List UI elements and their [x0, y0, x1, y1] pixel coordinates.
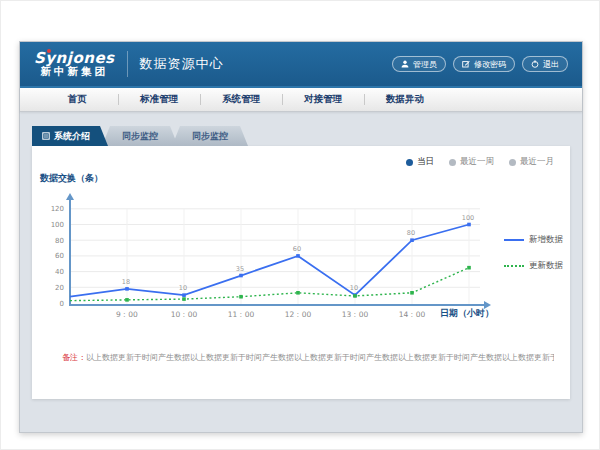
- user-menu-admin-button[interactable]: 管理员: [392, 56, 446, 72]
- screenshot-canvas: Synjones 新中新集团 数据资源中心 管理员修改密码退出 首页标准管理系统…: [0, 0, 600, 450]
- tab-label: 系统介绍: [54, 130, 90, 143]
- nav-item-integration-mgmt[interactable]: 对接管理: [282, 88, 364, 111]
- user-menu-change-password-button[interactable]: 修改密码: [453, 56, 515, 72]
- legend-line-sample: [504, 239, 524, 241]
- main-nav: 首页标准管理系统管理对接管理数据异动: [20, 88, 582, 112]
- svg-text:100: 100: [462, 214, 474, 222]
- svg-text:0: 0: [60, 300, 64, 308]
- tab-system-intro[interactable]: 系统介绍: [32, 126, 108, 146]
- logo-wordmark: Synjones: [34, 50, 115, 67]
- radio-dot-icon: [406, 159, 413, 166]
- radio-dot-icon: [449, 159, 456, 166]
- svg-text:100: 100: [51, 221, 64, 229]
- svg-text:60: 60: [55, 252, 64, 260]
- edit-icon: [462, 60, 470, 68]
- nav-item-standard-mgmt[interactable]: 标准管理: [118, 88, 200, 111]
- time-range-filter: 当日最近一周最近一月: [406, 156, 554, 168]
- x-axis-title: 日期（小时）: [440, 307, 494, 320]
- legend-item-new-data: 新增数据: [504, 234, 563, 246]
- app-window: Synjones 新中新集团 数据资源中心 管理员修改密码退出 首页标准管理系统…: [19, 41, 583, 433]
- svg-text:18: 18: [122, 278, 130, 286]
- radio-last-month[interactable]: 最近一月: [509, 156, 554, 168]
- svg-text:11：00: 11：00: [228, 310, 255, 319]
- svg-text:10: 10: [179, 284, 187, 292]
- footnote-prefix: 备注：: [62, 353, 86, 362]
- svg-text:40: 40: [55, 268, 64, 276]
- page-title: 数据资源中心: [140, 55, 224, 73]
- logo-company-name: 新中新集团: [34, 66, 115, 78]
- radio-last-week[interactable]: 最近一周: [449, 156, 494, 168]
- svg-text:10：00: 10：00: [171, 310, 198, 319]
- radio-label: 最近一月: [520, 156, 554, 168]
- svg-text:120: 120: [51, 205, 64, 213]
- radio-label: 最近一周: [460, 156, 494, 168]
- tab-label: 同步监控: [192, 130, 228, 143]
- radio-label: 当日: [417, 156, 434, 168]
- content-area: 系统介绍同步监控同步监控 当日最近一周最近一月 数据交换（条） 02040608…: [20, 112, 582, 431]
- logo: Synjones 新中新集团: [34, 50, 115, 78]
- chart-legend: 新增数据更新数据: [504, 234, 563, 272]
- tab-bar: 系统介绍同步监控同步监控: [32, 126, 582, 146]
- svg-text:14：00: 14：00: [399, 310, 426, 319]
- nav-item-system-mgmt[interactable]: 系统管理: [200, 88, 282, 111]
- footnote-text: 以上数据更新于时间产生数据以上数据更新于时间产生数据以上数据更新于时间产生数据以…: [86, 353, 554, 362]
- line-chart: 0204060801001209：0010：0011：0012：0013：001…: [32, 190, 572, 325]
- tab-sync-monitor-1[interactable]: 同步监控: [102, 126, 178, 146]
- svg-text:13：00: 13：00: [342, 310, 369, 319]
- svg-text:80: 80: [407, 229, 415, 237]
- svg-text:60: 60: [293, 245, 301, 253]
- doc-icon: [42, 132, 50, 140]
- user-menu-label: 管理员: [413, 59, 437, 70]
- nav-item-data-change[interactable]: 数据异动: [364, 88, 446, 111]
- power-icon: [531, 60, 539, 68]
- legend-label: 更新数据: [529, 260, 563, 272]
- user-menu-label: 退出: [543, 59, 559, 70]
- app-header: Synjones 新中新集团 数据资源中心 管理员修改密码退出: [20, 42, 582, 88]
- tab-label: 同步监控: [122, 130, 158, 143]
- legend-label: 新增数据: [529, 234, 563, 246]
- nav-item-home[interactable]: 首页: [36, 88, 118, 111]
- user-menu: 管理员修改密码退出: [392, 56, 568, 72]
- svg-text:12：00: 12：00: [285, 310, 312, 319]
- legend-item-updated-data: 更新数据: [504, 260, 563, 272]
- svg-text:9：00: 9：00: [116, 310, 138, 319]
- y-axis-title: 数据交换（条）: [40, 172, 103, 185]
- svg-text:35: 35: [236, 265, 244, 273]
- footnote: 备注：以上数据更新于时间产生数据以上数据更新于时间产生数据以上数据更新于时间产生…: [62, 352, 554, 363]
- user-menu-logout-button[interactable]: 退出: [522, 56, 568, 72]
- radio-dot-icon: [509, 159, 516, 166]
- header-divider: [127, 51, 128, 77]
- user-icon: [401, 60, 409, 68]
- radio-today[interactable]: 当日: [406, 156, 434, 168]
- chart-panel: 当日最近一周最近一月 数据交换（条） 0204060801001209：0010…: [32, 146, 570, 399]
- user-menu-label: 修改密码: [474, 59, 506, 70]
- svg-text:80: 80: [55, 237, 64, 245]
- svg-text:10: 10: [350, 284, 358, 292]
- tab-sync-monitor-2[interactable]: 同步监控: [172, 126, 248, 146]
- legend-line-sample: [504, 265, 524, 267]
- svg-text:20: 20: [55, 284, 64, 292]
